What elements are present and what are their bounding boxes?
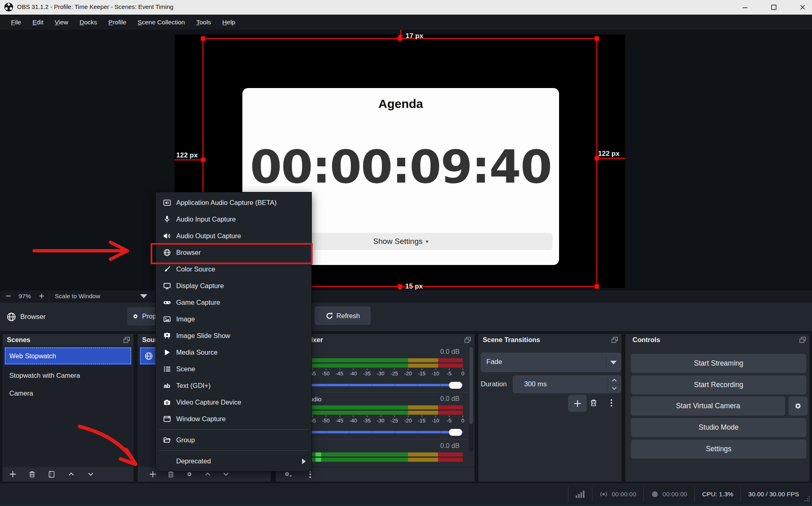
db-tick-label: -30 [377, 418, 384, 424]
start-recording-button[interactable]: Start Recording [631, 375, 806, 394]
db-tick-label: -45 [336, 370, 343, 377]
menu-item-text-gdi[interactable]: ab Text (GDI+) [156, 377, 311, 394]
channel-db-value: 0.0 dB [440, 442, 460, 450]
menu-item-image[interactable]: Image [156, 311, 311, 327]
menu-item-scene[interactable]: Scene [156, 361, 311, 377]
db-tick-label: -35 [363, 418, 371, 424]
measure-right-label: 122 px [598, 150, 620, 158]
menu-file[interactable]: File [5, 16, 27, 28]
db-tick-label: -10 [432, 418, 439, 424]
scenes-panel: Scenes Web Stopwatch Stopwatch with Came… [2, 334, 134, 482]
db-tick-label: 0 [461, 418, 464, 424]
scene-item-web-stopwatch[interactable]: Web Stopwatch [4, 347, 132, 365]
virtual-camera-settings-button[interactable] [788, 396, 808, 416]
submenu-arrow-icon [302, 459, 306, 464]
popup-icon[interactable] [799, 337, 806, 343]
record-time: 00:00:00 [663, 491, 687, 498]
menu-edit[interactable]: Edit [27, 16, 49, 28]
duration-label: Duration [481, 380, 507, 388]
add-scene-button[interactable] [8, 469, 17, 479]
menu-item-audio-output-capture[interactable]: Audio Output Capture [156, 228, 311, 244]
spin-down-icon[interactable] [611, 386, 618, 391]
refresh-button[interactable]: Refresh [315, 306, 371, 325]
db-tick-label: -5 [447, 418, 451, 424]
scene-item-stopwatch-with-camera[interactable]: Stopwatch with Camera [4, 366, 132, 384]
move-scene-down-button[interactable] [86, 469, 95, 479]
scale-mode-select[interactable]: Scale to Window [55, 293, 100, 299]
channel-db-value: 0.0 dB [440, 348, 460, 355]
menu-item-audio-input-capture[interactable]: Audio Input Capture [156, 211, 311, 228]
speaker-icon [163, 232, 171, 240]
start-virtual-camera-button[interactable]: Start Virtual Camera [631, 396, 785, 416]
network-status [568, 491, 592, 498]
transition-select[interactable]: Fade [481, 353, 621, 372]
menu-profile[interactable]: Profile [103, 16, 132, 28]
settings-button[interactable]: Settings [631, 439, 806, 459]
studio-mode-button[interactable]: Studio Mode [631, 418, 806, 437]
db-tick-label: -45 [336, 418, 343, 424]
menu-scene-collection[interactable]: Scene Collection [132, 16, 190, 28]
menu-item-application-audio-capture[interactable]: Application Audio Capture (BETA) [156, 194, 311, 211]
menu-item-game-capture[interactable]: Game Capture [156, 294, 311, 311]
menu-item-deprecated[interactable]: Deprecated [156, 453, 311, 469]
measure-left-label: 122 px [176, 151, 198, 159]
zoom-in-button[interactable] [37, 291, 46, 301]
mixer-scrollbar[interactable] [469, 346, 473, 452]
volume-slider-handle[interactable] [449, 429, 462, 436]
db-tick-label: -20 [404, 418, 412, 424]
menu-item-media-source[interactable]: Media Source [156, 344, 311, 361]
popup-icon[interactable] [123, 337, 130, 343]
menu-tools[interactable]: Tools [190, 16, 216, 28]
volume-slider-handle[interactable] [449, 382, 462, 389]
scenes-list: Web Stopwatch Stopwatch with Camera Came… [3, 345, 133, 466]
db-tick-label: -10 [432, 370, 439, 377]
minimize-button[interactable] [733, 0, 757, 15]
scenes-toolbar [3, 467, 133, 481]
menu-item-group[interactable]: Group [156, 432, 311, 448]
record-icon [651, 491, 659, 498]
scene-item-camera[interactable]: Camera [4, 384, 132, 402]
menu-item-display-capture[interactable]: Display Capture [156, 278, 311, 294]
status-bar: 00:00:00 00:00:00 CPU: 1.3% 30.00 / 30.0… [0, 484, 812, 504]
maximize-button[interactable] [762, 0, 786, 15]
menu-item-video-capture-device[interactable]: Video Capture Device [156, 394, 311, 411]
db-tick-label: -30 [377, 370, 384, 377]
scenes-panel-title: Scenes [7, 336, 30, 344]
transition-kebab-menu-icon[interactable] [607, 398, 616, 408]
add-transition-button[interactable] [568, 395, 587, 412]
monitor-icon [163, 282, 171, 290]
resize-grip[interactable] [805, 496, 810, 502]
menu-separator [159, 450, 309, 451]
zoom-level: 97% [19, 293, 31, 299]
zoom-out-button[interactable] [3, 291, 13, 301]
menu-item-image-slide-show[interactable]: Image Slide Show [156, 327, 311, 344]
scene-transitions-panel: Scene Transitions Fade Duration 300 ms [478, 334, 622, 482]
remove-transition-button[interactable] [589, 398, 598, 408]
menu-item-window-capture[interactable]: Window Capture [156, 411, 311, 427]
card-title: Agenda [242, 97, 559, 111]
measure-bottom-label: 15 px [405, 282, 423, 291]
db-tick-label: -5 [447, 370, 451, 377]
db-tick-label: -25 [391, 370, 398, 377]
menu-help[interactable]: Help [217, 16, 241, 28]
db-tick-label: -50 [322, 418, 330, 424]
scene-filters-button[interactable] [47, 469, 56, 479]
move-scene-up-button[interactable] [66, 469, 76, 479]
add-source-menu: Application Audio Capture (BETA) Audio I… [155, 192, 312, 472]
duration-spinbox[interactable]: 300 ms [513, 375, 621, 393]
menu-view[interactable]: View [49, 16, 74, 28]
menu-docks[interactable]: Docks [74, 16, 103, 28]
app-audio-icon [163, 199, 171, 207]
scale-mode-caret-icon[interactable] [140, 294, 147, 298]
show-settings-label: Show Settings [373, 237, 422, 246]
popup-icon[interactable] [611, 337, 618, 343]
fps-indicator: 30.00 / 30.00 FPS [741, 491, 806, 498]
popup-icon[interactable] [464, 337, 471, 343]
spin-up-icon[interactable] [611, 378, 618, 383]
close-button[interactable] [790, 0, 812, 15]
cpu-usage: CPU: 1.3% [695, 491, 741, 498]
remove-scene-button[interactable] [27, 469, 37, 479]
obs-window: OBS 31.1.2 - Profile: Time Keeper - Scen… [0, 0, 812, 506]
start-streaming-button[interactable]: Start Streaming [631, 354, 806, 373]
slideshow-icon [163, 332, 171, 340]
